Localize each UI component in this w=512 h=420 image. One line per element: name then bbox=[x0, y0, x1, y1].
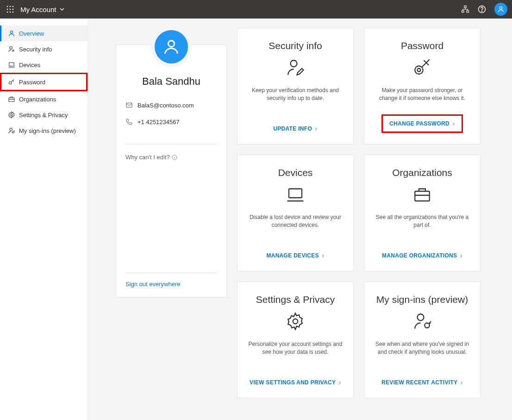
card-title: Devices bbox=[278, 167, 313, 178]
sidebar-item-security-info[interactable]: Security info bbox=[0, 41, 87, 57]
sidebar-item-label: Organizations bbox=[19, 96, 56, 103]
security-info-icon bbox=[286, 58, 305, 79]
sidebar-item-password[interactable]: Password bbox=[0, 73, 87, 91]
help-icon[interactable] bbox=[478, 5, 486, 13]
profile-name: Bala Sandhu bbox=[125, 75, 217, 88]
sidebar-item-label: Security info bbox=[19, 46, 52, 53]
card-desc: See when and where you've signed in and … bbox=[373, 340, 472, 378]
user-avatar[interactable] bbox=[494, 3, 507, 16]
card-desc: Disable a lost device and review your co… bbox=[246, 213, 345, 251]
sign-out-everywhere-link[interactable]: Sign out everywhere bbox=[125, 273, 217, 288]
svg-point-31 bbox=[293, 319, 298, 324]
header-title-label: My Account bbox=[20, 6, 56, 13]
card-title: Password bbox=[401, 40, 443, 51]
profile-email-row: BalaS@contoso.com bbox=[125, 101, 217, 109]
svg-rect-24 bbox=[126, 103, 132, 107]
card-desc: Make your password stronger, or change i… bbox=[373, 87, 472, 114]
svg-point-18 bbox=[9, 81, 12, 84]
svg-point-14 bbox=[500, 7, 502, 9]
sidebar-item-label: Password bbox=[19, 79, 45, 86]
person-icon bbox=[8, 30, 15, 37]
profile-phone-row: +1 4251234567 bbox=[125, 118, 217, 125]
profile-phone: +1 4251234567 bbox=[137, 119, 180, 125]
main-content: Bala Sandhu BalaS@contoso.com +1 4251234… bbox=[88, 19, 512, 420]
card-title: Organizations bbox=[392, 167, 452, 178]
laptop-icon bbox=[8, 61, 15, 69]
briefcase-icon bbox=[8, 95, 15, 103]
why-cant-edit-link[interactable]: Why can't I edit? bbox=[125, 154, 217, 161]
svg-point-1 bbox=[10, 6, 11, 7]
security-icon bbox=[8, 45, 15, 53]
svg-point-2 bbox=[12, 6, 14, 7]
card-my-signins: My sign-ins (preview) See when and where… bbox=[364, 282, 481, 398]
profile-email: BalaS@contoso.com bbox=[137, 102, 194, 109]
svg-point-23 bbox=[168, 41, 174, 47]
card-password: Password Make your password stronger, or… bbox=[364, 28, 481, 144]
svg-rect-17 bbox=[9, 63, 14, 66]
manage-organizations-button[interactable]: MANAGE ORGANIZATIONS bbox=[382, 251, 462, 260]
change-password-button[interactable]: CHANGE PASSWORD bbox=[381, 114, 462, 133]
sidebar: Overview Security info Devices Password … bbox=[0, 19, 88, 420]
app-launcher-icon[interactable] bbox=[5, 4, 16, 15]
profile-card: Bala Sandhu BalaS@contoso.com +1 4251234… bbox=[116, 44, 227, 297]
svg-rect-30 bbox=[415, 191, 430, 201]
sidebar-item-overview[interactable]: Overview bbox=[0, 25, 87, 41]
card-security-info: Security info Keep your verification met… bbox=[237, 28, 354, 144]
svg-point-27 bbox=[415, 66, 423, 75]
sidebar-item-organizations[interactable]: Organizations bbox=[0, 91, 87, 107]
view-settings-button[interactable]: VIEW SETTINGS AND PRIVACY bbox=[250, 378, 341, 387]
svg-point-6 bbox=[7, 12, 8, 13]
sidebar-item-label: Devices bbox=[19, 62, 40, 69]
card-settings-privacy: Settings & Privacy Personalize your acco… bbox=[237, 282, 354, 398]
sidebar-item-settings-privacy[interactable]: Settings & Privacy bbox=[0, 107, 87, 123]
cards-grid: Security info Keep your verification met… bbox=[237, 28, 481, 398]
svg-point-21 bbox=[10, 128, 12, 131]
org-icon[interactable] bbox=[461, 5, 469, 13]
card-organizations: Organizations See all the organizations … bbox=[364, 155, 481, 271]
card-desc: See all the organizations that you're a … bbox=[373, 213, 472, 251]
sidebar-item-label: My sign-ins (preview) bbox=[19, 127, 76, 134]
svg-point-26 bbox=[291, 60, 297, 67]
key-icon bbox=[8, 78, 15, 86]
review-activity-button[interactable]: REVIEW RECENT ACTIVITY bbox=[381, 378, 463, 387]
svg-point-20 bbox=[11, 114, 12, 116]
svg-point-28 bbox=[418, 69, 421, 72]
laptop-large-icon bbox=[286, 185, 305, 206]
sidebar-item-my-signins[interactable]: My sign-ins (preview) bbox=[0, 123, 87, 138]
svg-rect-10 bbox=[462, 11, 464, 13]
svg-point-0 bbox=[7, 6, 8, 7]
profile-avatar bbox=[151, 26, 192, 67]
svg-point-7 bbox=[10, 12, 11, 13]
gear-icon bbox=[8, 111, 15, 119]
svg-point-15 bbox=[10, 31, 12, 33]
svg-point-4 bbox=[10, 9, 11, 10]
phone-icon bbox=[125, 118, 133, 125]
card-title: My sign-ins (preview) bbox=[376, 294, 468, 305]
card-devices: Devices Disable a lost device and review… bbox=[237, 155, 354, 271]
svg-rect-9 bbox=[464, 6, 467, 8]
svg-point-32 bbox=[418, 314, 424, 320]
profile-divider bbox=[125, 144, 217, 144]
update-info-button[interactable]: UPDATE INFO bbox=[273, 125, 317, 133]
svg-rect-11 bbox=[467, 11, 469, 13]
signins-large-icon bbox=[412, 312, 432, 333]
gear-large-icon bbox=[286, 312, 305, 333]
header-title-dropdown[interactable]: My Account bbox=[20, 6, 65, 13]
card-title: Settings & Privacy bbox=[256, 294, 335, 305]
sidebar-item-devices[interactable]: Devices bbox=[0, 57, 87, 73]
svg-point-13 bbox=[481, 11, 482, 12]
card-desc: Keep your verification methods and secur… bbox=[246, 87, 345, 125]
svg-point-16 bbox=[10, 47, 12, 49]
signins-icon bbox=[8, 127, 15, 134]
key-large-icon bbox=[412, 58, 432, 79]
sidebar-item-label: Settings & Privacy bbox=[19, 112, 68, 119]
mail-icon bbox=[125, 101, 133, 109]
card-desc: Personalize your account settings and se… bbox=[246, 340, 345, 378]
manage-devices-button[interactable]: MANAGE DEVICES bbox=[266, 251, 324, 260]
svg-rect-29 bbox=[289, 189, 302, 198]
briefcase-large-icon bbox=[412, 185, 432, 206]
svg-point-5 bbox=[12, 9, 14, 10]
header-bar: My Account bbox=[0, 0, 512, 19]
sidebar-item-label: Overview bbox=[19, 30, 44, 37]
svg-point-8 bbox=[12, 12, 14, 13]
